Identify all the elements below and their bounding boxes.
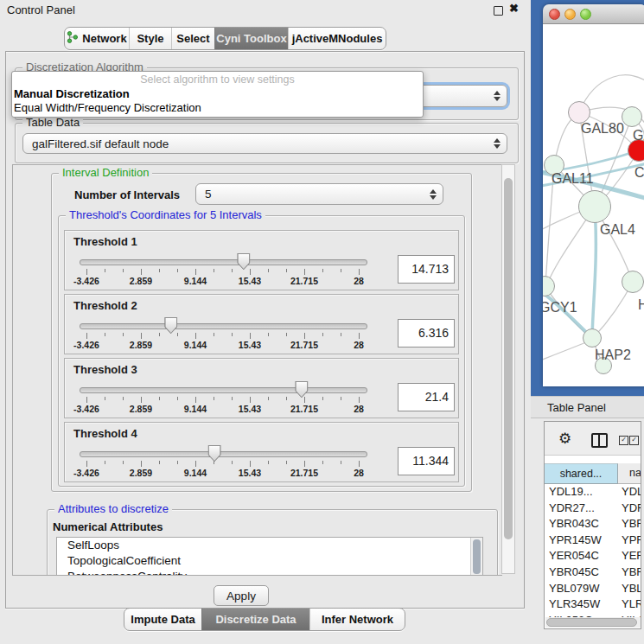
num-intervals-combobox[interactable]: 5	[195, 183, 443, 205]
table-hscrollbar[interactable]	[545, 617, 641, 628]
slider-tick	[304, 269, 305, 275]
slider-tick	[232, 461, 233, 464]
threshold-value-field[interactable]: 21.4	[398, 383, 455, 411]
tab-discretize-data[interactable]: Discretize Data	[201, 609, 309, 630]
network-node[interactable]	[583, 328, 602, 348]
minimize-traffic-light-icon[interactable]	[564, 9, 576, 20]
slider-tick	[123, 397, 124, 400]
slider-tick	[359, 269, 360, 275]
table-row[interactable]: YBL079WYBL0	[545, 581, 641, 597]
slider-tick	[322, 333, 323, 336]
slider-track[interactable]	[80, 451, 367, 457]
cell-name: YLR3	[618, 596, 641, 613]
slider-tick	[105, 461, 105, 464]
table-row[interactable]: YDR27...YDR2	[545, 501, 641, 517]
num-intervals-value: 5	[205, 188, 212, 201]
cell-name: YPR1	[618, 532, 641, 549]
cell-name: YBR0	[618, 564, 641, 581]
column-header-shared-name[interactable]: shared...	[545, 463, 618, 484]
slider-tick	[214, 397, 214, 400]
panel-scrollbar[interactable]	[501, 164, 515, 574]
slider-thumb[interactable]	[295, 381, 308, 398]
tab-select[interactable]: Select	[171, 28, 214, 49]
control-panel-titlebar: Control Panel ✖	[0, 0, 531, 21]
table-rows: YDL19...YDL1YDR27...YDR2YBR043CYBR0YPR14…	[545, 484, 641, 628]
tab-label: Cyni Toolbox	[216, 32, 286, 45]
slider-tick	[159, 397, 160, 400]
combo-arrows-icon	[494, 86, 501, 106]
tab-impute-data[interactable]: Impute Data	[124, 609, 201, 630]
gear-icon[interactable]: ⚙	[558, 430, 571, 448]
checkbox-icon[interactable]: ✓	[619, 436, 628, 445]
slider-tick	[232, 397, 233, 400]
network-node[interactable]	[578, 190, 611, 223]
checkbox-icon[interactable]: ✓	[629, 436, 639, 445]
scrollbar-thumb[interactable]	[546, 618, 637, 627]
zoom-traffic-light-icon[interactable]	[580, 9, 591, 20]
dropdown-option[interactable]: Equal Width/Frequency Discretization	[12, 101, 423, 115]
combo-arrows-icon	[430, 184, 437, 204]
table-panel-titlebar: Table Panel	[531, 396, 644, 418]
tab-jactivemnodules[interactable]: jActiveMNodules	[288, 28, 386, 49]
network-node[interactable]	[622, 106, 642, 127]
table-data-group: Table Data galFiltered.sif default node	[15, 123, 519, 163]
slider-tick	[195, 461, 196, 467]
tab-infer-network[interactable]: Infer Network	[309, 609, 405, 630]
attribute-list-item[interactable]: SelfLoops	[57, 538, 482, 553]
slider-tick-label: 28	[354, 468, 364, 478]
slider-track[interactable]	[80, 259, 367, 265]
node-label: HAP2	[595, 348, 631, 363]
tab-cyni-toolbox[interactable]: Cyni Toolbox	[214, 28, 288, 49]
interval-definition-group: Interval Definition Number of Intervals …	[51, 173, 472, 492]
threshold-value-field[interactable]: 6.316	[398, 319, 455, 348]
slider-tick	[141, 269, 142, 275]
table-row[interactable]: YLR345WYLR3	[545, 596, 641, 613]
slider-thumb[interactable]	[208, 445, 221, 462]
network-icon	[67, 31, 78, 43]
threshold-value-field[interactable]: 14.713	[398, 255, 455, 284]
list-scrollbar[interactable]	[470, 538, 482, 576]
close-icon[interactable]: ✖	[509, 2, 519, 15]
table-data-combobox[interactable]: galFiltered.sif default node	[22, 133, 507, 154]
column-header-name[interactable]: na	[618, 463, 641, 484]
numerical-attributes-list[interactable]: SelfLoopsTopologicalCoefficientBetweenne…	[56, 537, 483, 576]
slider-tick	[286, 333, 287, 336]
tab-label: Style	[137, 32, 163, 45]
slider-tick	[232, 269, 233, 272]
dropdown-options: Manual DiscretizationEqual Width/Frequen…	[12, 87, 423, 115]
dropdown-option[interactable]: Manual Discretization	[12, 87, 423, 101]
network-node[interactable]	[622, 271, 644, 293]
network-canvas[interactable]: GAL80GACGAL11GAL4GCY1HHAP2	[543, 24, 644, 386]
table-row[interactable]: YPR145WYPR1	[545, 532, 641, 549]
slider-tick-label: -3.426	[73, 340, 99, 350]
slider-tick	[105, 333, 105, 336]
cell-shared-name: YBR043C	[545, 516, 618, 532]
slider-thumb[interactable]	[164, 317, 177, 334]
slider-track[interactable]	[80, 323, 367, 329]
columns-icon[interactable]	[591, 433, 608, 448]
dropdown-prompt: Select algorithm to view settings	[12, 72, 423, 87]
node-label: GAL11	[552, 171, 594, 187]
table-row[interactable]: YER054CYER0	[545, 548, 641, 564]
apply-button[interactable]: Apply	[214, 585, 269, 606]
table-row[interactable]: YBR045CYBR0	[545, 564, 641, 581]
tab-style[interactable]: Style	[129, 28, 171, 49]
scrollbar-thumb[interactable]	[504, 178, 513, 539]
slider-thumb[interactable]	[237, 253, 250, 270]
table-row[interactable]: YDL19...YDL1	[545, 484, 641, 501]
threshold-value-field[interactable]: 11.344	[398, 447, 455, 475]
table-row[interactable]: YBR043CYBR0	[545, 516, 641, 532]
slider-tick	[159, 461, 160, 464]
tab-network[interactable]: Network	[65, 28, 129, 49]
slider-tick-label: 28	[354, 340, 364, 350]
threshold-panel: Threshold 4-3.4262.8599.14415.4321.71528…	[64, 422, 459, 482]
scrollbar-thumb[interactable]	[473, 539, 481, 574]
num-intervals-label: Number of Intervals	[74, 188, 180, 201]
threshold-label: Threshold 4	[73, 427, 137, 440]
close-traffic-light-icon[interactable]	[549, 9, 560, 20]
group-title: Interval Definition	[59, 167, 152, 179]
slider-track[interactable]	[80, 387, 367, 393]
node-table: ⚙ ✓ ✓ shared... na YDL19...YDL1YDR27...Y…	[544, 421, 641, 629]
attribute-list-item[interactable]: TopologicalCoefficient	[57, 553, 482, 569]
float-window-icon[interactable]	[494, 6, 503, 16]
